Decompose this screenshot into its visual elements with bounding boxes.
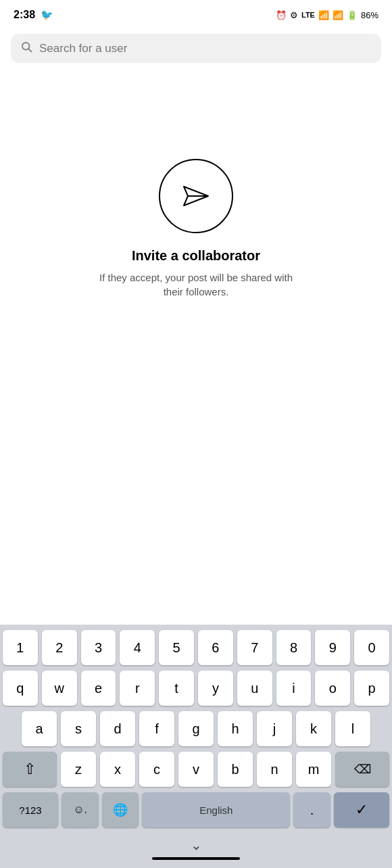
send-icon — [178, 178, 214, 214]
key-y[interactable]: y — [198, 671, 233, 706]
key-1[interactable]: 1 — [3, 630, 38, 665]
key-p[interactable]: p — [354, 671, 389, 706]
key-g[interactable]: g — [178, 711, 214, 746]
search-input[interactable] — [39, 42, 372, 55]
key-r[interactable]: r — [120, 671, 155, 706]
search-container — [0, 27, 392, 70]
invite-subtitle: If they accept, your post will be shared… — [95, 270, 297, 299]
key-a[interactable]: a — [22, 711, 57, 746]
keyboard-row-zxcv: ⇧ z x c v b n m ⌫ — [3, 752, 389, 787]
shift-key[interactable]: ⇧ — [3, 752, 57, 787]
bottom-nav-area: ⌄ — [3, 833, 389, 865]
key-i[interactable]: i — [276, 671, 312, 706]
key-d[interactable]: d — [100, 711, 135, 746]
wifi-icon: 📶 — [318, 10, 329, 20]
battery-icon: 🔋 — [347, 10, 358, 20]
key-6[interactable]: 6 — [198, 630, 233, 665]
key-h[interactable]: h — [218, 711, 253, 746]
bluetooth-icon: ⚙ — [290, 10, 298, 20]
space-key[interactable]: English — [142, 792, 290, 827]
key-b[interactable]: b — [218, 752, 253, 787]
hide-keyboard-button[interactable]: ⌄ — [191, 837, 202, 853]
alarm-icon: ⏰ — [276, 10, 287, 20]
key-4[interactable]: 4 — [120, 630, 155, 665]
svg-line-1 — [28, 49, 31, 51]
key-n[interactable]: n — [257, 752, 292, 787]
key-o[interactable]: o — [315, 671, 350, 706]
signal-icon: 📶 — [333, 10, 343, 20]
invite-title: Invite a collaborator — [132, 248, 260, 264]
keyboard: 1 2 3 4 5 6 7 8 9 0 q w e r t y u i o p … — [0, 625, 392, 868]
globe-key[interactable]: 🌐 — [102, 792, 139, 827]
period-key[interactable]: . — [293, 792, 330, 827]
status-time: 2:38 — [14, 9, 35, 21]
key-f[interactable]: f — [139, 711, 174, 746]
invite-icon-circle — [159, 159, 233, 233]
keyboard-row-numbers: 1 2 3 4 5 6 7 8 9 0 — [3, 630, 389, 665]
delete-key[interactable]: ⌫ — [335, 752, 389, 787]
check-key[interactable]: ✓ — [334, 792, 389, 827]
key-c[interactable]: c — [139, 752, 174, 787]
key-8[interactable]: 8 — [276, 630, 312, 665]
key-j[interactable]: j — [257, 711, 292, 746]
emoji-key[interactable]: ☺, — [62, 792, 99, 827]
battery-percent: 86% — [361, 10, 378, 20]
key-5[interactable]: 5 — [159, 630, 194, 665]
key-9[interactable]: 9 — [315, 630, 350, 665]
home-indicator — [152, 857, 240, 860]
twitter-icon: 🐦 — [41, 9, 53, 21]
key-m[interactable]: m — [296, 752, 331, 787]
main-content: Invite a collaborator If they accept, yo… — [0, 70, 392, 360]
key-z[interactable]: z — [61, 752, 96, 787]
key-x[interactable]: x — [100, 752, 135, 787]
key-3[interactable]: 3 — [81, 630, 116, 665]
key-v[interactable]: v — [178, 752, 214, 787]
key-w[interactable]: w — [42, 671, 77, 706]
status-bar: 2:38 🐦 ⏰ ⚙ LTE 📶 📶 🔋 86% — [0, 0, 392, 27]
key-7[interactable]: 7 — [237, 630, 272, 665]
keyboard-row-asdf: a s d f g h j k l — [3, 711, 389, 746]
keyboard-row-qwerty: q w e r t y u i o p — [3, 671, 389, 706]
search-icon — [20, 41, 32, 56]
key-s[interactable]: s — [61, 711, 96, 746]
status-icons: ⏰ ⚙ LTE 📶 📶 🔋 86% — [276, 10, 378, 20]
keyboard-row-bottom: ?123 ☺, 🌐 English . ✓ — [3, 792, 389, 827]
key-t[interactable]: t — [159, 671, 194, 706]
key-e[interactable]: e — [81, 671, 116, 706]
key-u[interactable]: u — [237, 671, 272, 706]
key-l[interactable]: l — [335, 711, 370, 746]
key-0[interactable]: 0 — [354, 630, 389, 665]
key-k[interactable]: k — [296, 711, 331, 746]
key-q[interactable]: q — [3, 671, 38, 706]
lte-icon: LTE — [301, 11, 315, 19]
symbol-key[interactable]: ?123 — [3, 792, 58, 827]
key-2[interactable]: 2 — [42, 630, 77, 665]
search-bar[interactable] — [11, 34, 381, 63]
